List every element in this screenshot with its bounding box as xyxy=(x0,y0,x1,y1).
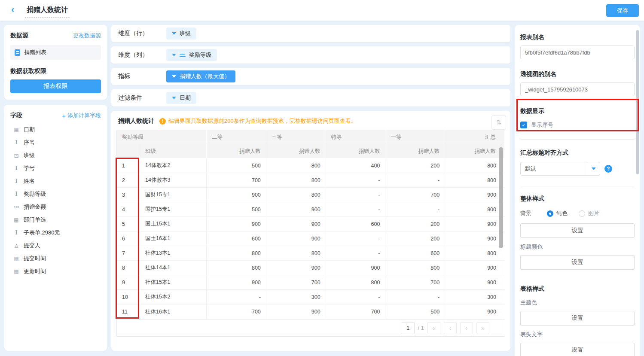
datasource-item[interactable]: 捐赠列表 xyxy=(10,45,101,60)
radio-unselected-icon xyxy=(579,210,585,217)
preview-title: 捐赠人数统计 xyxy=(118,117,154,125)
value-cell: 800 xyxy=(385,261,445,275)
field-item[interactable]: 子表单.2980元 xyxy=(10,226,101,239)
image-radio[interactable]: 图片 xyxy=(579,210,599,217)
sequence-cell: 1 xyxy=(117,158,140,173)
field-label: 捐赠金额 xyxy=(24,203,46,211)
summary-align-select[interactable]: 默认 xyxy=(520,162,600,176)
pivot-table-body: 114体教本2500800400200800214体教本3700800--800… xyxy=(117,158,505,319)
field-label: 姓名 xyxy=(24,177,35,185)
title-color-set-button[interactable]: 设置 xyxy=(520,255,635,270)
value-cell: 300 xyxy=(266,290,326,304)
last-page-button[interactable]: » xyxy=(476,322,489,334)
text-icon xyxy=(13,230,20,236)
header-cell: 捐赠人数 xyxy=(385,144,445,158)
field-item[interactable]: 部门单选 xyxy=(10,213,101,226)
report-alias-input[interactable] xyxy=(520,46,635,59)
sequence-cell: 2 xyxy=(117,173,140,187)
show-sequence-checkbox-row[interactable]: ✓ 显示序号 xyxy=(520,121,635,129)
field-label: 更新时间 xyxy=(24,268,46,275)
class-cell: 社体15本1 xyxy=(140,275,207,289)
widget-alias-input[interactable] xyxy=(520,82,635,96)
class-cell: 社体13本1 xyxy=(140,246,207,260)
divider xyxy=(520,139,635,140)
value-cell: 900 xyxy=(207,275,266,289)
field-item[interactable]: 奖励等级 xyxy=(10,188,101,201)
page-title[interactable]: 捐赠人数统计 xyxy=(25,6,70,18)
field-label: 奖励等级 xyxy=(24,190,46,198)
table-row: 6国土16本1600900-200900 xyxy=(117,231,505,246)
col-dimension-value: 奖励等级 xyxy=(189,51,211,59)
field-label: 提交人 xyxy=(24,242,40,250)
sort-order-button[interactable]: ⇅ xyxy=(491,115,506,130)
field-list: 日期序号班级学号姓名奖励等级捐赠金额部门单选子表单.2980元提交人提交时间更新… xyxy=(10,123,101,278)
header-row-2: 班级捐赠人数捐赠人数捐赠人数捐赠人数捐赠人数 xyxy=(117,144,505,158)
header-cell: 奖励等级 xyxy=(117,130,207,144)
page-number-input[interactable] xyxy=(402,322,415,334)
table-row: 3国财15专1900800-700900 xyxy=(117,188,505,202)
header-cell: 捐赠人数 xyxy=(445,144,505,158)
field-item[interactable]: 提交时间 xyxy=(10,252,101,265)
value-cell: 400 xyxy=(326,158,386,173)
caret-down-icon xyxy=(172,54,176,56)
filter-pill[interactable]: 日期 xyxy=(166,92,196,104)
report-permission-button[interactable]: 报表权限 xyxy=(10,79,101,93)
fields-title: 字段 xyxy=(10,112,22,119)
value-cell: 500 xyxy=(207,202,266,216)
text-icon xyxy=(13,191,20,197)
field-item[interactable]: 更新时间 xyxy=(10,265,101,278)
value-cell: 300 xyxy=(445,290,505,304)
value-cell: 800 xyxy=(445,246,505,260)
value-cell: 900 xyxy=(445,188,505,202)
field-item[interactable]: 姓名 xyxy=(10,175,101,188)
radio-selected-icon xyxy=(547,210,553,217)
value-cell: 800 xyxy=(207,261,266,275)
checkbox-checked-icon[interactable]: ✓ xyxy=(520,122,527,128)
value-cell: 800 xyxy=(266,246,326,260)
table-scrollbar[interactable] xyxy=(499,147,503,248)
value-cell: 900 xyxy=(266,202,326,216)
value-cell: - xyxy=(326,188,386,202)
header-cell: 特等 xyxy=(326,130,386,144)
value-cell: 900 xyxy=(326,261,386,275)
field-item[interactable]: 班级 xyxy=(10,149,101,162)
change-datasource-link[interactable]: 更改数据源 xyxy=(73,32,101,40)
col-dimension-pill[interactable]: 奖励等级 xyxy=(166,49,217,61)
class-cell: 14体教本2 xyxy=(140,158,207,173)
save-button[interactable]: 保存 xyxy=(606,4,639,17)
page-total-label: / 1 xyxy=(418,325,424,331)
solid-color-radio[interactable]: 纯色 xyxy=(547,210,568,217)
metric-pill[interactable]: 捐赠人数（最大值） xyxy=(166,70,235,82)
value-cell: 200 xyxy=(385,158,445,173)
datasource-title: 数据源 xyxy=(10,32,28,40)
field-label: 子表单.2980元 xyxy=(24,229,60,237)
settings-scrollbar[interactable] xyxy=(636,30,639,174)
prev-page-button[interactable]: ‹ xyxy=(444,322,457,334)
back-icon[interactable]: ‹ xyxy=(11,4,14,16)
first-page-button[interactable]: « xyxy=(427,322,440,334)
value-cell: 900 xyxy=(207,217,266,231)
field-label: 班级 xyxy=(24,152,35,159)
value-cell: 800 xyxy=(445,158,505,173)
theme-color-set-button[interactable]: 设置 xyxy=(520,311,635,326)
calendar-icon xyxy=(13,256,20,262)
image-label: 图片 xyxy=(588,210,599,217)
field-label: 学号 xyxy=(24,164,35,172)
header-cell: 捐赠人数 xyxy=(266,144,326,158)
field-item[interactable]: 日期 xyxy=(10,123,101,136)
value-cell: - xyxy=(326,202,386,216)
help-icon[interactable]: ? xyxy=(604,165,612,173)
next-page-button[interactable]: › xyxy=(460,322,473,334)
field-item[interactable]: 捐赠金额 xyxy=(10,201,101,213)
background-set-button[interactable]: 设置 xyxy=(520,223,635,238)
field-item[interactable]: 序号 xyxy=(10,136,101,149)
value-cell: 800 xyxy=(207,246,266,260)
header-text-set-button[interactable]: 设置 xyxy=(520,343,635,356)
field-item[interactable]: 提交人 xyxy=(10,239,101,252)
value-cell: 600 xyxy=(385,246,445,260)
add-calc-field-link[interactable]: + 添加计算字段 xyxy=(62,112,101,119)
value-cell: 900 xyxy=(445,261,505,275)
row-dimension-pill[interactable]: 班级 xyxy=(166,27,196,40)
value-cell: 900 xyxy=(266,304,326,319)
field-item[interactable]: 学号 xyxy=(10,162,101,175)
